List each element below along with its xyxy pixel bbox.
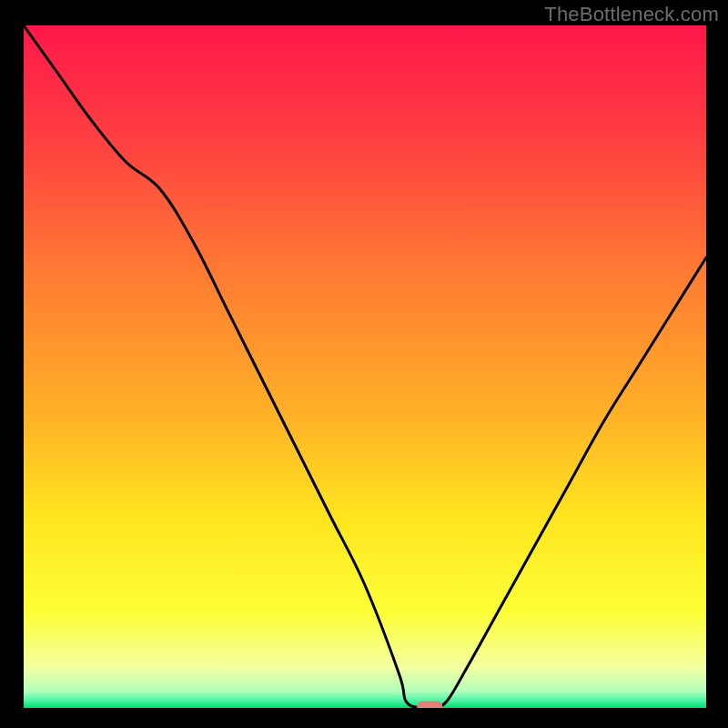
chart-frame: TheBottleneck.com <box>0 0 728 728</box>
watermark-text: TheBottleneck.com <box>544 3 719 26</box>
optimal-marker <box>417 702 442 709</box>
bottleneck-chart <box>24 25 706 708</box>
plot-background <box>24 25 706 708</box>
